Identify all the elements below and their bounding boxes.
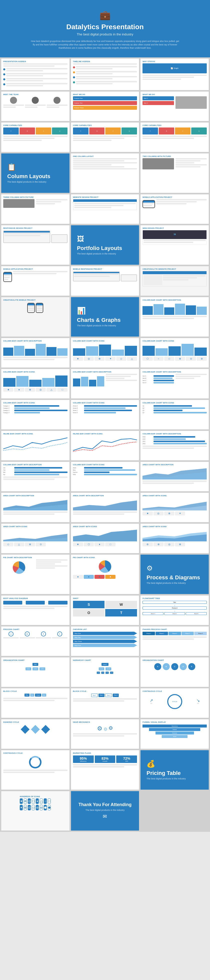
slide-col-bar-icons-6[interactable]: Column Bar Chart With Icons Q1 Q2 Q3 Q4 — [140, 400, 209, 430]
svg-marker-4 — [73, 501, 137, 511]
slide-core-capabilities-2[interactable]: Core Capabilities ✏ ⊕ ✦ ◎ — [71, 122, 139, 152]
slide-mobile-app[interactable]: Mobile Application Project — [140, 194, 209, 224]
slide-pie-icons[interactable]: Pie Chart With Icons ● ● ● ● — [71, 554, 139, 594]
hero-icon: 💼 — [5, 10, 205, 21]
slide-hundreds-icons[interactable]: Hundreds of Icons ★ ⊕ ◎ ⬡ ♦ △ ○ □ ✦ ⊗ ⊙ … — [1, 791, 70, 831]
slide-process-chart[interactable]: PROCESS CHART ⚓ ◆ ★ ⊕ — [1, 626, 70, 656]
slide-hierarchy[interactable]: HIERARCHY CHART Level 1 L2-A L2-B L3-A L… — [71, 657, 139, 687]
slide-why-stocks[interactable]: Why Stocks 📈 Graph — [140, 58, 209, 90]
slide-creativealyte-web[interactable]: CREATIVEΛLYTE WEBSITE PROJECT — [140, 266, 209, 296]
hero-section: 💼 Datalytics Presentation The best digit… — [0, 0, 210, 57]
slide-title: CHEVRON LIST — [73, 628, 137, 630]
swot-o: O — [73, 609, 105, 616]
slide-title: Core Capabilities — [73, 124, 137, 126]
slide-core-capabilities-3[interactable]: Core Capabilities ✏ ⊕ ✦ ◎ — [140, 122, 209, 152]
slide-title: Core Capabilities — [3, 124, 67, 126]
hero-subtitle: The best digital products in the industr… — [5, 32, 205, 36]
slide-col-bar-desc-3[interactable]: Column Bar Chart With Description — [71, 369, 139, 399]
slide-funnel[interactable]: FUNNEL VISUAL DISPLAY Awareness Interest… — [140, 719, 209, 749]
slide-area-chart-4[interactable]: Area Chart With Icons ★ ◎ ⊕ ✦ — [140, 493, 209, 522]
slide-area-chart-7[interactable]: Area Chart With Icons ⊚ ⊛ ◎ ⊕ — [140, 523, 209, 554]
slide-col-bar-desc-2[interactable]: Column Bar Chart With Description — [1, 338, 70, 368]
slide-area-chart-1[interactable]: Area Chart With Description — [140, 461, 209, 492]
swot-t: T — [105, 609, 137, 616]
slide-swot[interactable]: SWOT S W O T — [71, 595, 139, 625]
slide-continuous-cycle[interactable]: CONTINUOUS CYCLE ↗ CYCLE ↘ — [140, 688, 209, 718]
slide-what-we-do-2[interactable]: What We Do Item 1 Item 2 — [140, 91, 209, 121]
icon-item: ⊙ — [28, 805, 31, 810]
slide-col-bar-desc-1[interactable]: Column Bar Chart With Description — [140, 297, 209, 337]
slide-title: Column Bar Chart With Description — [143, 371, 207, 373]
slide-area-chart-3[interactable]: Area Chart With Description — [71, 493, 139, 522]
slide-title: Inline Bar Chart With Icons — [73, 433, 137, 434]
slide-title: Column Bar Chart With Icons — [143, 340, 207, 342]
portfolio-subtitle: The best digital products in the industr… — [77, 253, 116, 255]
icon-item: ⊗ — [24, 805, 27, 810]
slide-col-bar-icons-7[interactable]: Column Bar Chart With Icons Alpha Beta G… — [71, 461, 139, 492]
icon-item: ⊚ — [36, 805, 39, 810]
section-charts-graphs[interactable]: 📊 Charts & Graphs The best digital produ… — [71, 297, 139, 337]
slide-flowchart[interactable]: FLOWCHART TREE Start ↓ Process A ↓ Branc… — [140, 595, 209, 625]
slide-presentation-agenda[interactable]: Presentation Agenda — [1, 58, 70, 90]
slide-inline-bar-1[interactable]: Inline Bar Chart With Icons — [1, 431, 70, 461]
slide-gear-mechanics[interactable]: GEAR MECHANICS ⚙ ⚙ ⚙ — [71, 719, 139, 749]
slide-web-project[interactable]: Web Design Project 🌃 — [140, 225, 209, 265]
slide-thank-you[interactable]: Thank You For Attending The best digital… — [71, 791, 139, 831]
slide-col-bar-icons-4[interactable]: Column Bar Chart With Icons Category 1 C… — [1, 400, 70, 430]
slide-three-col-pics[interactable]: Three Columns With Picture — [1, 194, 70, 224]
slide-area-chart-5[interactable]: Area Chart With Icons ◇ △ ⊗ ⊙ — [1, 523, 70, 554]
section-column-layouts[interactable]: 📋 Column Layouts The best digital produc… — [1, 153, 70, 193]
slide-title: Area Chart With Icons — [73, 526, 137, 527]
swot-w: W — [105, 601, 137, 608]
slide-diamond-cycle[interactable]: DIAMOND CYCLE — [1, 719, 70, 749]
section-pricing-table[interactable]: 💰 Pricing Table The best digital product… — [140, 750, 209, 790]
slide-root-analysis[interactable]: Root Analysis Diagram → → — [1, 595, 70, 625]
slide-chevron-list[interactable]: CHEVRON LIST Step One Step Two Step Thre… — [71, 626, 139, 656]
slide-org-chart-1[interactable]: ORGANIZATION CHART CEO CFO COO CTO — [1, 657, 70, 687]
icon-item: ◇ — [32, 805, 35, 810]
slide-col-bar-icons-5[interactable]: Column Bar Chart With Icons Series A Ser… — [71, 400, 139, 430]
slide-col-bar-icons-2[interactable]: Column Bar Chart With Icons ⬡ ○ □ ⊗ ⊙ ⊚ — [140, 338, 209, 368]
slide-title: CONTINUOUS CYCLE — [3, 752, 67, 754]
section-portfolio-layouts[interactable]: 🖼 Portfolio Layouts The best digital pro… — [71, 225, 139, 265]
pricing-icon: 💰 — [146, 760, 155, 768]
slide-website-design[interactable]: Website Design Project — [71, 194, 139, 224]
slide-meet-team[interactable]: Meet The Team — [1, 91, 70, 121]
slide-core-capabilities-1[interactable]: Core Capabilities ✏ ⊕ ✦ ◎ — [1, 122, 70, 152]
slide-block-cycle-1[interactable]: BLOCK CYCLE Plan Do Check Act — [1, 688, 70, 718]
slide-col-bar-icons-1[interactable]: Column Bar Chart With Icons ★ ◎ ⊕ ✦ ◇ △ — [71, 338, 139, 368]
slide-title: Presentation Agenda — [3, 60, 67, 62]
slide-two-col-pics[interactable]: Two Columns With Picture — [140, 153, 209, 193]
slide-org-chart-2[interactable]: ORGANIZATION CHART A B C D E — [140, 657, 209, 687]
slide-title: Area Chart With Icons — [143, 495, 207, 496]
slide-area-chart-6[interactable]: Area Chart With Icons ★ ⬡ ♦ □ — [71, 523, 139, 554]
slide-timeline-agenda[interactable]: Timeline Agenda — [71, 58, 139, 90]
slide-title: Timeline Agenda — [73, 60, 137, 62]
slide-title: ORGANIZATION CHART — [3, 659, 67, 661]
slide-creativealyte-mobile[interactable]: CREATIVEΛLYTE MOBILE PROJECT — [1, 297, 70, 337]
slide-mobile-project-2[interactable]: Mobile Application Project — [1, 266, 70, 296]
slide-phased-process[interactable]: PHASED PROCESS CHART Phase 1 Phase 2 Pha… — [140, 626, 209, 656]
slide-col-bar-desc-6[interactable]: Column Bar Chart With Description Jan Fe… — [1, 461, 70, 492]
slide-marketing-plans[interactable]: Marketing Plans 95%Efficiency 83%Growth … — [71, 750, 139, 790]
slide-block-cycle-2[interactable]: BLOCK CYCLE Step 1 Step 2 Step 3 Step 4 — [71, 688, 139, 718]
slide-col-bar-desc-5[interactable]: Column Bar Chart With Description 2019 2… — [140, 431, 209, 461]
section-process-diagrams[interactable]: ⚙ Process & Diagrams The best digital pr… — [140, 554, 209, 594]
slide-mobile-responsive[interactable]: Mobile Responsive Project — [71, 266, 139, 296]
slide-pie-desc[interactable]: Pie Chart With Description — [1, 554, 70, 594]
slide-responsive[interactable]: Responsive Design Project — [1, 225, 70, 265]
slide-title: Two Columns With Picture — [143, 156, 207, 157]
slide-title: GEAR MECHANICS — [73, 721, 137, 723]
slide-col-bar-icons-3[interactable]: Column Bar Chart With Icons ★ ♦ ⊕ ◎ △ □ — [1, 369, 70, 399]
slide-title: SWOT — [73, 598, 137, 599]
swot-s: S — [73, 601, 105, 608]
charts-title: Charts & Graphs — [77, 317, 121, 323]
process-subtitle: The best digital products in the industr… — [146, 582, 186, 584]
slide-inline-bar-2[interactable]: Inline Bar Chart With Icons — [71, 431, 139, 461]
slide-title: Column Bar Chart With Icons — [3, 371, 67, 373]
slide-what-we-do-1[interactable]: What We Do Feature One Feature Two Featu… — [71, 91, 139, 121]
slide-one-column[interactable]: One Column Layout — [71, 153, 139, 193]
slide-col-bar-desc-4[interactable]: Column Bar Chart With Description Item A… — [140, 369, 209, 399]
slide-continuous-cycle-2[interactable]: CONTINUOUS CYCLE — [1, 750, 70, 790]
slide-area-chart-2[interactable]: Area Chart With Description — [1, 493, 70, 522]
